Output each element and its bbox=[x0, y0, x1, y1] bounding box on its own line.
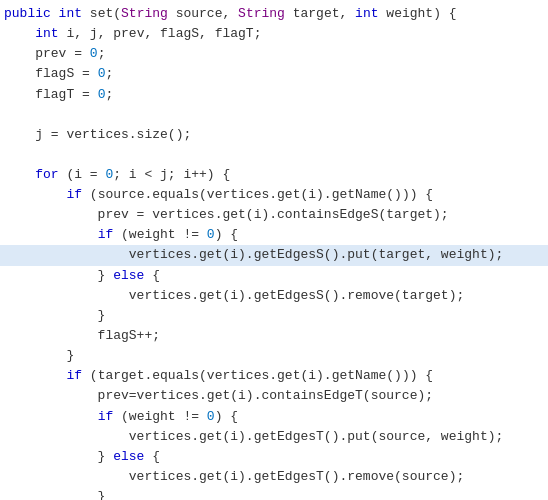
code-line-text: for (i = 0; i < j; i++) { bbox=[4, 165, 230, 185]
token: prev = vertices.get(i).containsEdgeS(tar… bbox=[4, 207, 449, 222]
token: ; i < j; i++) { bbox=[113, 167, 230, 182]
code-line: vertices.get(i).getEdgesT().remove(sourc… bbox=[0, 467, 548, 487]
code-line: if (target.equals(vertices.get(i).getNam… bbox=[0, 366, 548, 386]
code-line-text: j = vertices.size(); bbox=[4, 125, 191, 145]
code-line-text: } else { bbox=[4, 447, 160, 467]
code-line-text: flagT = 0; bbox=[4, 85, 113, 105]
token: } bbox=[4, 489, 105, 500]
code-line-text: prev = vertices.get(i).containsEdgeS(tar… bbox=[4, 205, 449, 225]
code-line-text: vertices.get(i).getEdgesT().put(source, … bbox=[4, 427, 503, 447]
token: } bbox=[4, 449, 113, 464]
token: j = vertices.size(); bbox=[4, 127, 191, 142]
token: ; bbox=[98, 46, 106, 61]
token: public bbox=[4, 6, 59, 21]
token: 0 bbox=[207, 409, 215, 424]
token bbox=[4, 368, 66, 383]
code-line-text: if (source.equals(vertices.get(i).getNam… bbox=[4, 185, 433, 205]
code-line: vertices.get(i).getEdgesS().put(target, … bbox=[0, 245, 548, 265]
code-line-text: vertices.get(i).getEdgesT().remove(sourc… bbox=[4, 467, 464, 487]
code-line-text: } bbox=[4, 306, 105, 326]
code-line-text: } bbox=[4, 346, 74, 366]
token: = bbox=[82, 87, 98, 102]
token: = bbox=[82, 66, 98, 81]
token: flagT bbox=[4, 87, 82, 102]
code-line-text: } bbox=[4, 487, 105, 500]
token: else bbox=[113, 268, 144, 283]
token: ; bbox=[105, 66, 113, 81]
code-container: public int set(String source, String tar… bbox=[0, 0, 548, 500]
token: int bbox=[355, 6, 386, 21]
code-line-text: flagS++; bbox=[4, 326, 160, 346]
token bbox=[4, 167, 35, 182]
token bbox=[4, 409, 98, 424]
token: } bbox=[4, 268, 113, 283]
code-line: vertices.get(i).getEdgesS().remove(targe… bbox=[0, 286, 548, 306]
token: (weight != bbox=[113, 409, 207, 424]
code-line-text: int i, j, prev, flagS, flagT; bbox=[4, 24, 261, 44]
token: else bbox=[113, 449, 144, 464]
code-line-text: } else { bbox=[4, 266, 160, 286]
token: 0 bbox=[207, 227, 215, 242]
code-line: } bbox=[0, 487, 548, 500]
token: ; bbox=[105, 87, 113, 102]
code-line-text: public int set(String source, String tar… bbox=[4, 4, 457, 24]
code-line: prev = 0; bbox=[0, 44, 548, 64]
code-line-text: if (target.equals(vertices.get(i).getNam… bbox=[4, 366, 433, 386]
token: 0 bbox=[90, 46, 98, 61]
token: (weight != bbox=[113, 227, 207, 242]
code-line: if (weight != 0) { bbox=[0, 225, 548, 245]
token: set bbox=[90, 6, 113, 21]
token: String bbox=[121, 6, 176, 21]
token: for bbox=[35, 167, 58, 182]
code-line-text: prev=vertices.get(i).containsEdgeT(sourc… bbox=[4, 386, 433, 406]
token: target, bbox=[293, 6, 355, 21]
token: (source.equals(vertices.get(i).getName()… bbox=[82, 187, 433, 202]
code-line: flagT = 0; bbox=[0, 85, 548, 105]
code-line: int i, j, prev, flagS, flagT; bbox=[0, 24, 548, 44]
token: flagS++; bbox=[4, 328, 160, 343]
code-line-text: flagS = 0; bbox=[4, 64, 113, 84]
code-line: if (source.equals(vertices.get(i).getNam… bbox=[0, 185, 548, 205]
code-line-text: prev = 0; bbox=[4, 44, 105, 64]
token: = bbox=[74, 46, 90, 61]
token: if bbox=[98, 409, 114, 424]
code-line: flagS++; bbox=[0, 326, 548, 346]
token bbox=[4, 187, 66, 202]
code-line: } else { bbox=[0, 266, 548, 286]
token: prev bbox=[4, 46, 74, 61]
token: vertices.get(i).getEdgesT().remove(sourc… bbox=[4, 469, 464, 484]
token: source, bbox=[176, 6, 238, 21]
token: vertices.get(i).getEdgesS().remove(targe… bbox=[4, 288, 464, 303]
token: ( bbox=[113, 6, 121, 21]
token: } bbox=[4, 348, 74, 363]
code-line: prev=vertices.get(i).containsEdgeT(sourc… bbox=[0, 386, 548, 406]
token: flagS bbox=[4, 66, 82, 81]
token: (target.equals(vertices.get(i).getName()… bbox=[82, 368, 433, 383]
code-line: vertices.get(i).getEdgesT().put(source, … bbox=[0, 427, 548, 447]
token: vertices.get(i).getEdgesT().put(source, … bbox=[4, 429, 503, 444]
token: String bbox=[238, 6, 293, 21]
code-line bbox=[0, 105, 548, 125]
token: { bbox=[144, 449, 160, 464]
code-line-text: vertices.get(i).getEdgesS().put(target, … bbox=[4, 245, 503, 265]
token: int bbox=[59, 6, 90, 21]
token: ) { bbox=[215, 227, 238, 242]
token bbox=[4, 227, 98, 242]
token: if bbox=[66, 368, 82, 383]
token: i, j, prev, flagS, flagT; bbox=[66, 26, 261, 41]
token: (i = bbox=[59, 167, 106, 182]
code-line: } bbox=[0, 346, 548, 366]
code-line: j = vertices.size(); bbox=[0, 125, 548, 145]
token: ) { bbox=[215, 409, 238, 424]
token: if bbox=[98, 227, 114, 242]
code-line: flagS = 0; bbox=[0, 64, 548, 84]
token: prev=vertices.get(i).containsEdgeT(sourc… bbox=[4, 388, 433, 403]
code-line-text: vertices.get(i).getEdgesS().remove(targe… bbox=[4, 286, 464, 306]
token: int bbox=[35, 26, 66, 41]
token bbox=[4, 26, 35, 41]
token: } bbox=[4, 308, 105, 323]
code-line: if (weight != 0) { bbox=[0, 407, 548, 427]
token: weight) { bbox=[386, 6, 456, 21]
code-line bbox=[0, 145, 548, 165]
token: if bbox=[66, 187, 82, 202]
